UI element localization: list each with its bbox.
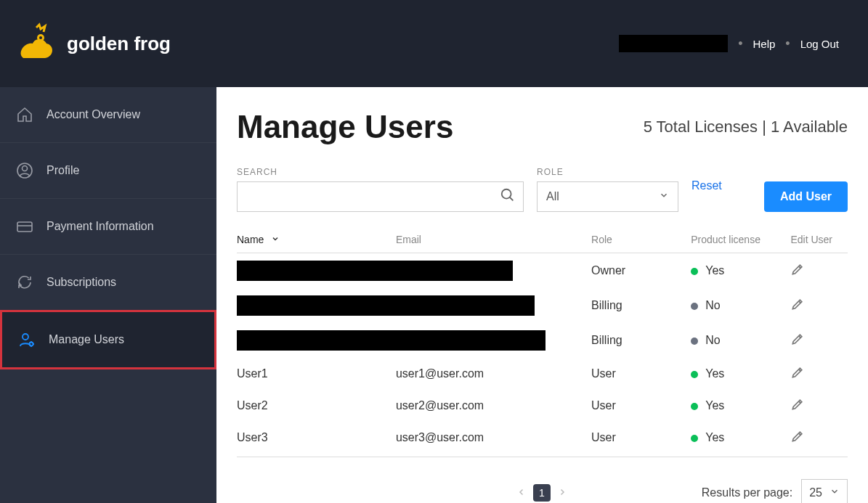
chevron-down-icon	[830, 486, 840, 499]
status-dot-active-icon	[691, 435, 698, 442]
status-dot-active-icon	[691, 403, 698, 410]
refresh-icon	[16, 274, 33, 291]
search-icon[interactable]	[500, 187, 516, 206]
status-dot-active-icon	[691, 268, 698, 275]
sidebar-item-profile[interactable]: Profile	[0, 142, 216, 198]
cell-license: Yes	[691, 358, 790, 390]
sidebar-item-label: Payment Information	[46, 220, 154, 233]
cell-role: User	[591, 390, 691, 422]
cell-license: Yes	[691, 253, 790, 289]
sidebar: Account Overview Profile Payment Informa…	[0, 87, 216, 503]
logout-link[interactable]: Log Out	[800, 38, 839, 50]
edit-pencil-icon[interactable]	[790, 401, 805, 414]
cell-role: Billing	[591, 323, 691, 358]
sidebar-item-account-overview[interactable]: Account Overview	[0, 87, 216, 142]
svg-point-1	[39, 36, 42, 39]
separator-dot-icon: •	[785, 36, 790, 52]
cell-edit	[790, 390, 848, 422]
redacted-cell	[237, 261, 513, 281]
cell-email: user1@user.com	[396, 358, 591, 390]
cell-license: No	[691, 323, 790, 358]
role-select-value: All	[546, 190, 559, 203]
cell-role: User	[591, 358, 691, 390]
table-row: User2user2@user.comUserYes	[237, 390, 848, 422]
column-header-role[interactable]: Role	[591, 226, 691, 253]
profile-icon	[16, 162, 33, 179]
svg-point-3	[23, 166, 28, 171]
search-input[interactable]	[245, 191, 500, 203]
sidebar-item-subscriptions[interactable]: Subscriptions	[0, 254, 216, 310]
cell-edit	[790, 288, 848, 323]
home-icon	[16, 106, 33, 123]
column-header-edit: Edit User	[790, 226, 848, 253]
cell-name: User3	[237, 422, 396, 457]
chevron-down-icon	[659, 190, 669, 203]
reset-link[interactable]: Reset	[691, 179, 722, 192]
role-label: ROLE	[537, 167, 678, 177]
svg-point-7	[30, 343, 33, 346]
cell-license: Yes	[691, 422, 790, 457]
table-row: OwnerYes	[237, 253, 848, 289]
pager-prev[interactable]	[517, 486, 526, 499]
users-table: Name Email Role Product license Edit Use…	[237, 226, 848, 457]
redacted-cell	[237, 330, 545, 351]
sidebar-item-payment[interactable]: Payment Information	[0, 198, 216, 254]
card-icon	[16, 218, 33, 235]
status-dot-inactive-icon	[691, 303, 698, 310]
svg-rect-4	[17, 222, 32, 232]
edit-pencil-icon[interactable]	[790, 336, 805, 348]
table-row: User1user1@user.comUserYes	[237, 358, 848, 390]
role-select[interactable]: All	[537, 181, 678, 212]
pagination: 1	[517, 484, 567, 502]
top-header: golden frog • Help • Log Out	[0, 0, 868, 87]
logo[interactable]: golden frog	[15, 22, 171, 65]
svg-point-8	[502, 189, 511, 199]
table-row: User3user3@user.comUserYes	[237, 422, 848, 457]
chevron-down-icon	[271, 234, 280, 245]
header-right: • Help • Log Out	[619, 35, 839, 52]
svg-point-6	[23, 334, 28, 340]
table-row: BillingNo	[237, 323, 848, 358]
status-dot-inactive-icon	[691, 338, 698, 345]
redacted-cell	[237, 295, 535, 316]
page-title: Manage Users	[237, 109, 453, 145]
sidebar-item-label: Subscriptions	[46, 276, 116, 289]
column-header-license[interactable]: Product license	[691, 226, 790, 253]
add-user-button[interactable]: Add User	[764, 181, 848, 212]
account-name-redacted	[619, 35, 728, 52]
main-content: Manage Users 5 Total Licenses | 1 Availa…	[216, 87, 868, 503]
edit-pencil-icon[interactable]	[790, 266, 805, 279]
cell-email: user3@user.com	[396, 422, 591, 457]
user-gear-icon	[18, 331, 36, 348]
help-link[interactable]: Help	[753, 38, 775, 50]
svg-line-9	[510, 197, 514, 201]
cell-edit	[790, 253, 848, 289]
cell-license: Yes	[691, 390, 790, 422]
separator-dot-icon: •	[738, 36, 742, 52]
cell-license: No	[691, 288, 790, 323]
cell-edit	[790, 323, 848, 358]
cell-email: user2@user.com	[396, 390, 591, 422]
column-header-name[interactable]: Name	[237, 226, 396, 253]
column-header-email[interactable]: Email	[396, 226, 591, 253]
edit-pencil-icon[interactable]	[790, 433, 805, 446]
results-per-page-select[interactable]: 25	[801, 479, 848, 503]
pager-current-page[interactable]: 1	[533, 484, 551, 502]
search-label: SEARCH	[237, 167, 524, 177]
edit-pencil-icon[interactable]	[790, 369, 805, 382]
cell-name: User1	[237, 358, 396, 390]
cell-role: Owner	[591, 253, 691, 289]
sidebar-item-label: Account Overview	[46, 108, 140, 121]
edit-pencil-icon[interactable]	[790, 301, 805, 314]
sidebar-item-label: Profile	[46, 164, 79, 177]
pager-next[interactable]	[558, 486, 567, 499]
sidebar-item-manage-users[interactable]: Manage Users	[0, 310, 216, 369]
cell-role: User	[591, 422, 691, 457]
cell-name: User2	[237, 390, 396, 422]
frog-logo-icon	[15, 22, 58, 65]
license-summary: 5 Total Licenses | 1 Available	[644, 118, 848, 136]
search-field-wrap	[237, 181, 524, 212]
table-row: BillingNo	[237, 288, 848, 323]
cell-edit	[790, 422, 848, 457]
cell-role: Billing	[591, 288, 691, 323]
